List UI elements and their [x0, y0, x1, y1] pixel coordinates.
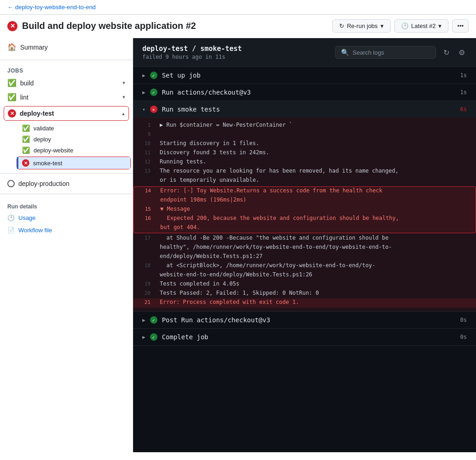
line-content: at Should -Be 200 -Because "the website …	[156, 234, 476, 243]
deploy-test-chevron-icon: ▴	[122, 111, 125, 117]
build-job-name: build	[20, 79, 34, 87]
line-number: 14	[134, 187, 157, 196]
smoke-test-job-name: smoke-test	[33, 160, 62, 167]
file-icon-workflow: 📄	[7, 227, 15, 234]
build-chevron-icon: ▾	[123, 80, 125, 86]
log-job-status: failed 9 hours ago in 11s	[142, 54, 242, 60]
line-content: Error: Process completed with exit code …	[156, 298, 476, 308]
refresh-button[interactable]: ↻	[442, 46, 451, 59]
line-content: end/deploy/Website.Tests.ps1:27	[156, 252, 476, 262]
log-line: 11 Discovery found 3 tests in 242ms.	[133, 149, 476, 158]
job-item-left: ✅ lint	[7, 93, 28, 101]
log-step-checkout-header[interactable]: ▶ ✓ Run actions/checkout@v3 1s	[133, 84, 476, 101]
sidebar-divider-1	[0, 60, 133, 60]
log-step-left: ▶ ✓ Post Run actions/checkout@v3	[142, 316, 270, 324]
home-icon: 🏠	[7, 43, 17, 51]
line-number: 9	[133, 130, 156, 140]
sidebar-item-deploy-test[interactable]: ✕ deploy-test ▴	[4, 107, 129, 120]
sidebar-item-lint[interactable]: ✅ lint ▾	[0, 90, 133, 104]
sidebar-item-deploy-production[interactable]: deploy-production	[0, 177, 133, 190]
line-number	[133, 252, 156, 262]
job-item-left: ✅ build	[7, 79, 34, 87]
job-item-left: ✕ deploy-test	[8, 109, 54, 118]
line-number: 11	[133, 149, 156, 158]
log-step-setup-left: ▶ ✓ Set up job	[142, 72, 201, 79]
log-step-complete-header[interactable]: ▶ ✓ Complete job 0s	[133, 329, 476, 345]
log-line: end/deploy/Website.Tests.ps1:27	[133, 252, 476, 262]
line-content: at <ScriptBlock>, /home/runner/work/toy-…	[156, 262, 476, 271]
error-icon-deploy-test: ✕	[8, 109, 16, 118]
post-checkout-step-time: 0s	[460, 317, 467, 323]
log-line: 18 at <ScriptBlock>, /home/runner/work/t…	[133, 262, 476, 271]
deploy-test-job-name: deploy-test	[20, 110, 54, 117]
log-line: 17 at Should -Be 200 -Because "the websi…	[133, 234, 476, 243]
sidebar-item-smoke-test[interactable]: ✕ smoke-test	[17, 157, 130, 169]
chevron-right-icon: ▶	[142, 90, 146, 95]
line-content: Tests Passed: 2, Failed: 1, Skipped: 0 N…	[156, 289, 476, 298]
log-step-left: ▶ ✓ Complete job	[142, 333, 208, 341]
checkout-step-time: 1s	[460, 89, 467, 95]
log-step-complete: ▶ ✓ Complete job 0s	[133, 329, 476, 346]
sidebar-item-deploy[interactable]: ✅ deploy	[15, 134, 133, 145]
log-line-error: 14 Error: [-] Toy Website.Returns a succ…	[134, 187, 476, 196]
circle-icon-deploy-production	[7, 180, 15, 187]
log-line: 13 The resource you are looking for has …	[133, 167, 476, 176]
deploy-job-name: deploy	[34, 136, 51, 143]
settings-button[interactable]: ⚙	[457, 46, 467, 59]
lint-chevron-icon: ▾	[123, 94, 125, 100]
line-content: Tests completed in 4.05s	[156, 280, 476, 289]
search-input[interactable]	[353, 49, 430, 56]
log-line: or is temporarily unavailable.	[133, 176, 476, 185]
log-line: 20 Tests Passed: 2, Failed: 1, Skipped: …	[133, 289, 476, 298]
line-content: healthy", /home/runner/work/toy-website-…	[156, 243, 476, 252]
sidebar: 🏠 Summary Jobs ✅ build ▾ ✅ lint ▾	[0, 38, 133, 452]
sidebar-divider-3	[0, 194, 133, 194]
clock-icon: 🕐	[401, 22, 409, 29]
chevron-right-icon: ▶	[142, 73, 146, 79]
line-content: ▼ Message	[157, 205, 476, 214]
back-arrow-icon: ←	[7, 4, 13, 11]
line-number: 13	[133, 167, 156, 176]
log-lines: 1 ▶ Run $container = New-PesterContainer…	[133, 118, 476, 311]
line-content: Error: [-] Toy Website.Returns a success…	[157, 187, 476, 196]
log-line: endpoint 198ms (196ms|2ms)	[134, 196, 476, 205]
smoke-test-job-container: ✕ smoke-test	[17, 157, 131, 169]
sidebar-item-validate[interactable]: ✅ validate	[15, 123, 133, 134]
checkout-step-name: Run actions/checkout@v3	[162, 89, 251, 96]
top-bar: ← deploy-toy-website-end-to-end	[0, 0, 476, 15]
log-step-post-checkout: ▶ ✓ Post Run actions/checkout@v3 0s	[133, 312, 476, 329]
rerun-icon: ↻	[339, 22, 344, 29]
line-content: Expected 200, because the website and co…	[157, 214, 476, 224]
log-step-smoke-header[interactable]: ▾ ✕ Run smoke tests 6s	[133, 101, 476, 118]
rerun-jobs-button[interactable]: ↻ Re-run jobs ▾	[332, 19, 391, 33]
sidebar-item-workflow-file[interactable]: 📄 Workflow file	[0, 224, 133, 236]
log-panel: deploy-test / smoke-test failed 9 hours …	[133, 38, 476, 452]
log-step-checkout: ▶ ✓ Run actions/checkout@v3 1s	[133, 84, 476, 101]
complete-step-time: 0s	[460, 334, 467, 340]
log-line: 1 ▶ Run $container = New-PesterContainer…	[133, 121, 476, 130]
success-icon-deploy: ✅	[22, 135, 30, 143]
log-step-post-checkout-header[interactable]: ▶ ✓ Post Run actions/checkout@v3 0s	[133, 312, 476, 328]
sidebar-item-summary[interactable]: 🏠 Summary	[0, 38, 133, 56]
deploy-production-job-name: deploy-production	[18, 180, 69, 187]
log-line-15: 15 ▼ Message	[134, 205, 476, 214]
line-content: endpoint 198ms (196ms|2ms)	[157, 196, 476, 205]
line-number: 1	[133, 121, 156, 130]
latest-chevron-icon: ▾	[438, 22, 442, 29]
sub-jobs-list: ✅ validate ✅ deploy ✅ deploy-website ✕ s…	[0, 123, 133, 169]
latest-button[interactable]: 🕐 Latest #2 ▾	[394, 19, 449, 33]
sidebar-item-deploy-website[interactable]: ✅ deploy-website	[15, 145, 133, 156]
success-icon-post-checkout: ✓	[150, 316, 157, 324]
sidebar-item-usage[interactable]: 🕐 Usage	[0, 212, 133, 224]
title-left: ✕ Build and deploy website application #…	[7, 21, 196, 31]
error-icon-smoke: ✕	[150, 106, 157, 113]
sidebar-item-build[interactable]: ✅ build ▾	[0, 76, 133, 90]
search-box[interactable]: 🔍	[335, 46, 436, 59]
line-content: Starting discovery in 1 files.	[156, 140, 476, 149]
rerun-label: Re-run jobs	[347, 22, 378, 29]
back-link[interactable]: ← deploy-toy-website-end-to-end	[7, 4, 96, 11]
title-right: ↻ Re-run jobs ▾ 🕐 Latest #2 ▾ •••	[332, 19, 469, 33]
usage-label: Usage	[18, 214, 36, 221]
log-step-setup-header[interactable]: ▶ ✓ Set up job 1s	[133, 67, 476, 84]
more-button[interactable]: •••	[452, 19, 469, 33]
